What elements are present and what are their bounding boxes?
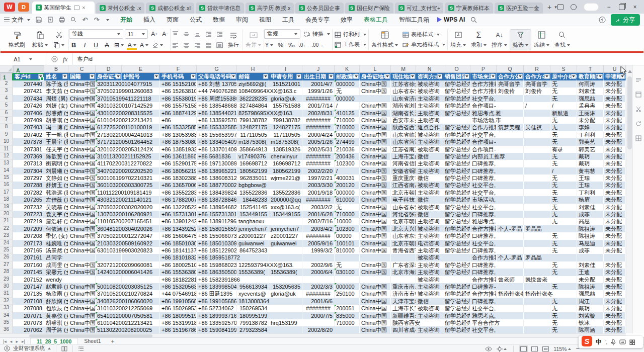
- cell[interactable]: 山东省济南: [391, 95, 416, 102]
- cell[interactable]: 未分配: [604, 102, 626, 109]
- cell[interactable]: [524, 117, 550, 124]
- cell[interactable]: 未分配: [604, 225, 626, 232]
- cell[interactable]: 2001/4/7: [302, 80, 335, 87]
- cell[interactable]: China中国: [360, 182, 391, 189]
- cell[interactable]: 无: [550, 232, 577, 239]
- row-number[interactable]: 19: [0, 204, 13, 211]
- cell[interactable]: 207265: [13, 196, 44, 203]
- cell[interactable]: 山东省东营: [391, 232, 416, 239]
- cell[interactable]: 任天宇 (女: [44, 146, 68, 153]
- cell[interactable]: 未分配: [604, 283, 626, 290]
- cell[interactable]: 社交平台,: [470, 240, 497, 247]
- cell[interactable]: 210303200509160922: [96, 240, 122, 247]
- cell[interactable]: 山东省菏泽: [391, 138, 416, 145]
- table-style-button[interactable]: 表格样式: [400, 30, 447, 39]
- cell[interactable]: +86 1580156591: [197, 225, 237, 232]
- row-number[interactable]: 32: [0, 298, 13, 305]
- cell[interactable]: 未分配: [604, 182, 626, 189]
- cell[interactable]: 成菲: [577, 247, 604, 254]
- cell[interactable]: +86 13901242: [160, 218, 197, 225]
- sum-button[interactable]: Σ 求和: [468, 30, 489, 50]
- cell[interactable]: China中国: [68, 138, 96, 145]
- format-painter-button[interactable]: 格式刷: [6, 30, 28, 50]
- cell[interactable]: [524, 211, 550, 218]
- cell[interactable]: 合作方推荐: [470, 124, 497, 131]
- cell[interactable]: [524, 95, 550, 102]
- fill-button[interactable]: 填充: [448, 30, 468, 50]
- cell[interactable]: 207145: [13, 269, 44, 276]
- cell[interactable]: China中国: [68, 204, 96, 211]
- header-cell[interactable]: 现住地址: [391, 73, 416, 80]
- increase-decimal-icon[interactable]: .0←: [298, 40, 309, 50]
- cell[interactable]: 962835011: [237, 174, 269, 182]
- cell[interactable]: 430321200211140121: [96, 196, 122, 203]
- cell[interactable]: 340702200202202520: [96, 167, 122, 174]
- new-tab-button[interactable]: +: [547, 3, 551, 11]
- cell[interactable]: 杨眉: [577, 196, 604, 203]
- cell[interactable]: [269, 218, 302, 225]
- cell[interactable]: [524, 174, 550, 182]
- cell[interactable]: 370502199901260083: [96, 87, 122, 95]
- header-cell[interactable]: 销售团队: [443, 73, 470, 80]
- cell[interactable]: 610104200212213421: [96, 117, 122, 124]
- column-header[interactable]: E: [122, 65, 160, 72]
- document-tab[interactable]: S公务员国企事业单位: [295, 3, 344, 14]
- present-icon[interactable]: [74, 6, 79, 10]
- cell[interactable]: 2003/3/30: [302, 182, 335, 189]
- cell[interactable]: 180995199: [237, 312, 269, 319]
- convert-button[interactable]: 转换: [302, 30, 332, 38]
- cell[interactable]: +86 18182281: [160, 276, 197, 283]
- cell[interactable]: ########: [302, 290, 335, 297]
- cell[interactable]: 陈祖涛: [577, 283, 604, 290]
- scroll-up-arrow[interactable]: [628, 68, 632, 73]
- cell[interactable]: 被动咨询: [416, 182, 443, 189]
- cell[interactable]: China中国: [360, 80, 391, 87]
- cell[interactable]: 被动咨询: [416, 254, 443, 261]
- cell[interactable]: 无: [550, 261, 577, 269]
- cell[interactable]: 无: [550, 117, 577, 124]
- header-cell[interactable]: 国籍: [68, 73, 96, 80]
- column-header[interactable]: D: [96, 65, 122, 72]
- cell[interactable]: 210036: [335, 146, 360, 153]
- cell[interactable]: 北京市朝阳: [391, 240, 416, 247]
- cell[interactable]: 320721200209060081: [96, 261, 122, 269]
- column-header[interactable]: M: [391, 65, 416, 72]
- cell[interactable]: 唐浩轩 (男: [44, 218, 68, 225]
- cell[interactable]: 124827175: [269, 124, 302, 131]
- cell[interactable]: 留学总经办: [443, 283, 470, 290]
- cell[interactable]: 梁馨元 (女: [44, 269, 68, 276]
- cell[interactable]: 无: [550, 326, 577, 333]
- highlight-color-button[interactable]: A: [126, 40, 137, 50]
- cell[interactable]: 151521001: [269, 80, 302, 87]
- cell[interactable]: 135522836: [269, 189, 302, 196]
- cell[interactable]: [524, 312, 550, 319]
- menu-item[interactable]: 插入: [138, 14, 160, 26]
- quick-access-caret[interactable]: [106, 19, 109, 23]
- cell[interactable]: 142401200006041426: [96, 269, 122, 276]
- clear-format-button[interactable]: [151, 40, 164, 50]
- cell[interactable]: [497, 95, 524, 102]
- cell[interactable]: 王瑞: [577, 174, 604, 182]
- cell[interactable]: 2003/2/2: [302, 204, 335, 211]
- cell[interactable]: [497, 196, 524, 203]
- cell[interactable]: +86 1598680231: [197, 261, 237, 269]
- cell[interactable]: China中国: [360, 204, 391, 211]
- cell[interactable]: 410125: [335, 110, 360, 117]
- cell[interactable]: +86 1887700021: [197, 182, 237, 189]
- cell[interactable]: 山东省东营: [391, 87, 416, 95]
- cell[interactable]: 155751588: [269, 102, 302, 109]
- cell[interactable]: +86 18101832: [160, 254, 197, 261]
- cell[interactable]: 340826200106060020: [96, 298, 122, 305]
- cell[interactable]: 主动咨询: [416, 269, 443, 276]
- align-bottom-icon[interactable]: [193, 29, 202, 39]
- row-number[interactable]: 21: [0, 218, 13, 225]
- cell[interactable]: 主动咨询: [416, 102, 443, 109]
- cell[interactable]: 微信: [416, 211, 443, 218]
- cell[interactable]: 被动咨询: [416, 131, 443, 138]
- cell[interactable]: 310103200212255069: [96, 305, 122, 312]
- document-tab[interactable]: S国任财产保险样本.x: [345, 3, 393, 14]
- cell[interactable]: 留学总经办: [443, 124, 470, 131]
- header-cell[interactable]: 市场来源: [470, 73, 497, 80]
- cell[interactable]: China中国: [360, 225, 391, 232]
- cell[interactable]: 18448233: [237, 196, 269, 203]
